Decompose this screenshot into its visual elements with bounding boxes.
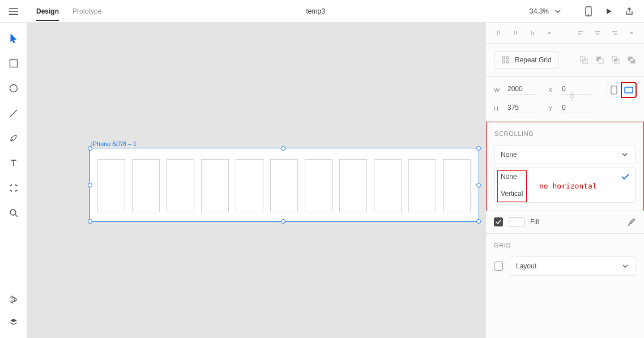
assets-panel-button[interactable] [8,294,19,305]
grid-checkbox[interactable] [494,262,503,271]
selection-handle[interactable] [88,219,92,224]
grid-cell[interactable] [305,159,332,212]
zoom-tool[interactable] [8,207,19,219]
hamburger-menu-button[interactable] [0,0,27,22]
canvas[interactable]: iPhone 6/7/8 – 1 [27,23,485,338]
ellipse-tool[interactable] [8,83,19,94]
grid-cell[interactable] [339,159,367,212]
layers-panel-button[interactable] [8,316,19,328]
svg-point-7 [11,296,13,298]
align-top-icon[interactable] [494,28,503,37]
artboard-label[interactable]: iPhone 6/7/8 – 1 [91,140,137,147]
lock-aspect-icon[interactable] [568,92,577,101]
tab-design[interactable]: Design [36,7,59,21]
play-icon[interactable] [604,7,613,16]
svg-line-6 [15,215,18,217]
dimensions-section: W 2000 X 0 H 375 Y 0 [486,77,644,122]
document-title: temp3 [101,7,530,15]
repeat-grid-content[interactable] [97,159,471,212]
y-input[interactable]: 0 [562,104,591,113]
svg-rect-26 [625,87,633,93]
boolean-intersect-icon[interactable] [611,55,620,65]
selection-handle[interactable] [476,146,481,151]
grid-cell[interactable] [132,159,160,212]
zoom-value: 34.3% [530,7,549,15]
distribute-v-icon[interactable] [545,28,554,37]
tool-strip [0,23,27,338]
option-label: None [501,173,517,181]
scrolling-option-vertical[interactable]: Vertical [495,185,635,202]
height-label: H [494,105,501,112]
align-hcenter-icon[interactable] [593,28,602,37]
line-tool[interactable] [8,108,19,119]
fill-label: Fill [530,218,539,226]
selection-handle[interactable] [476,219,481,224]
mode-tabs: Design Prototype [27,0,101,22]
grid-type-select[interactable]: Layout [510,256,636,276]
align-right-icon[interactable] [610,28,619,37]
grid-cell[interactable] [374,159,402,212]
zoom-control[interactable]: 34.3% [530,7,567,16]
align-row [486,23,644,44]
artboard-tool[interactable] [8,182,19,194]
selection-handle[interactable] [88,183,92,187]
align-vcenter-icon[interactable] [511,28,520,37]
share-icon[interactable] [625,7,634,16]
grid-cell[interactable] [408,159,436,212]
align-bottom-icon[interactable] [528,28,537,37]
grid-cell[interactable] [236,159,263,212]
grid-cell[interactable] [201,159,229,212]
align-left-icon[interactable] [576,28,585,37]
grid-cell[interactable] [167,159,194,212]
orientation-toggle [607,83,636,97]
scrolling-value: None [501,151,517,159]
portrait-button[interactable] [607,83,621,97]
svg-rect-24 [570,95,574,97]
top-bar: Design Prototype temp3 34.3% [0,0,644,23]
height-input[interactable]: 375 [507,104,537,113]
grid-cell[interactable] [443,159,471,212]
fill-row: Fill [486,211,644,234]
svg-rect-17 [599,59,603,63]
svg-rect-13 [506,61,509,63]
svg-point-3 [10,85,17,92]
selection-handle[interactable] [476,183,481,187]
x-input[interactable]: 0 [562,85,591,95]
boolean-exclude-icon[interactable] [627,55,636,65]
select-tool[interactable] [8,33,19,44]
distribute-h-icon[interactable] [627,28,636,37]
boolean-subtract-icon[interactable] [595,55,604,65]
scrolling-select[interactable]: None [494,145,636,164]
repeat-grid-label: Repeat Grid [515,56,552,64]
device-preview-icon[interactable] [584,7,593,16]
rectangle-tool[interactable] [8,58,19,69]
text-tool[interactable] [8,157,19,169]
fill-checkbox[interactable] [494,217,503,226]
svg-point-8 [14,298,16,301]
repeat-grid-row: Repeat Grid [486,44,644,77]
scrolling-option-none[interactable]: None [495,168,635,185]
eyedropper-icon[interactable] [627,217,636,226]
svg-rect-2 [10,60,17,67]
grid-cell[interactable] [97,159,125,212]
check-icon [621,174,629,179]
svg-rect-12 [502,61,505,63]
boolean-add-icon[interactable] [579,55,588,65]
landscape-button[interactable] [621,83,636,97]
tab-prototype[interactable]: Prototype [72,7,101,15]
selection-handle[interactable] [281,219,285,224]
top-right-actions [567,7,644,16]
svg-rect-23 [630,59,633,61]
grid-type-value: Layout [516,262,536,270]
selection-handle[interactable] [88,146,92,151]
inspector-panel: Repeat Grid W 2000 X 0 H 375 Y 0 [485,23,644,338]
width-input[interactable]: 2000 [507,85,537,95]
pen-tool[interactable] [8,132,19,144]
chevron-down-icon [621,262,630,271]
scrolling-dropdown: None Vertical no horizontal [494,168,636,203]
selection-handle[interactable] [281,146,285,151]
grid-cell[interactable] [270,159,298,212]
width-label: W [494,87,501,93]
fill-swatch[interactable] [509,217,524,226]
repeat-grid-button[interactable]: Repeat Grid [494,52,559,69]
